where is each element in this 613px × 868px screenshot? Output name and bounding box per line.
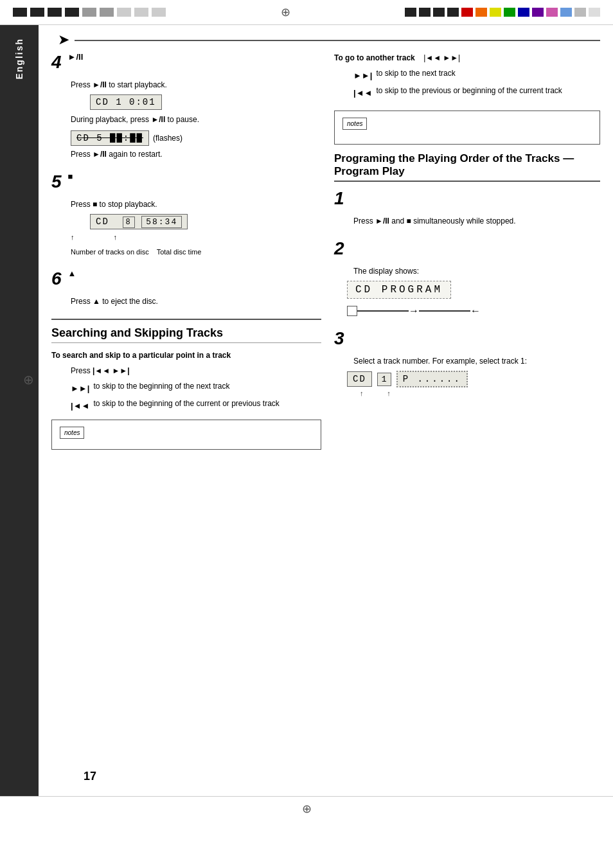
prog-display-row: CD PROGRAM bbox=[347, 281, 600, 299]
searching-section-title: Searching and Skipping Tracks bbox=[51, 326, 321, 340]
right-column: To go to another track |◄◄ ►►| ►►| to sk… bbox=[334, 52, 600, 456]
cb2 bbox=[419, 8, 431, 17]
prog-step-3-block: 3 Select a track number. For example, se… bbox=[334, 328, 600, 397]
step-4-desc: Press ►/II to start playback. CD 1 0:01 … bbox=[71, 79, 321, 160]
program-section-title: Programing the Playing Order of the Trac… bbox=[334, 152, 600, 178]
reg-mark-bottom: ⊕ bbox=[302, 802, 312, 816]
flow-line-back bbox=[419, 310, 470, 312]
block9 bbox=[152, 8, 166, 17]
step-6-eject-btn: ▲ bbox=[68, 269, 76, 278]
reg-mark-top: ⊕ bbox=[281, 5, 290, 19]
prog-step-1-num: 1 bbox=[334, 188, 344, 209]
step-4-block: 4 ►/II Press ►/II to start playback. CD … bbox=[51, 52, 321, 160]
ff-btn-symbol: ►►| bbox=[71, 384, 89, 393]
sidebar-language-label: English bbox=[14, 38, 24, 80]
flow-box-start bbox=[347, 306, 357, 316]
cb10 bbox=[532, 8, 544, 17]
page-number: 17 bbox=[84, 770, 96, 783]
cb8 bbox=[504, 8, 515, 17]
step-6-number: 6 bbox=[51, 269, 62, 289]
separator-1 bbox=[51, 319, 321, 320]
searching-subtitle: To search and skip to a particular point… bbox=[51, 350, 321, 361]
rew-button-row: |◄◄ to skip to the beginning of the curr… bbox=[71, 398, 321, 413]
block3 bbox=[48, 8, 62, 17]
step-4-number: 4 bbox=[51, 52, 62, 73]
prog-step-1-desc: Press ►/II and ■ simultaneously while st… bbox=[353, 215, 600, 227]
two-column-layout: 4 ►/II Press ►/II to start playback. CD … bbox=[51, 52, 600, 456]
lcd-blink-note: (flashes) bbox=[153, 134, 182, 143]
cb14 bbox=[589, 8, 600, 17]
prog-step-2-block: 2 The display shows: CD PROGRAM → bbox=[334, 238, 600, 317]
prog-step-3-num: 3 bbox=[334, 328, 344, 349]
top-bar-right-blocks bbox=[405, 8, 600, 17]
lcd-step5-stop: CD 8 58:34 bbox=[90, 214, 188, 229]
cb3 bbox=[433, 8, 445, 17]
prog-cd-display: CD bbox=[347, 371, 372, 387]
lcd-step4-play: CD 1 0:01 bbox=[90, 94, 162, 110]
block8 bbox=[134, 8, 148, 17]
block1 bbox=[13, 8, 27, 17]
goto-rew-row: |◄◄ to skip to the previous or beginning… bbox=[353, 85, 600, 100]
ff-button-row: ►►| to skip to the beginning of the next… bbox=[71, 380, 321, 396]
step-5-block: 5 ■ Press ■ to stop playback. CD 8 58:34… bbox=[51, 172, 321, 257]
notes-box-left: notes bbox=[51, 420, 321, 450]
goto-track-title: To go to another track |◄◄ ►►| bbox=[334, 52, 600, 64]
separator-2 bbox=[51, 342, 321, 343]
step-5-desc: Press ■ to stop playback. CD 8 58:34 ↑ ↑… bbox=[71, 199, 321, 257]
program-separator bbox=[334, 181, 600, 182]
cb13 bbox=[574, 8, 586, 17]
goto-rew-desc: to skip to the previous or beginning of … bbox=[376, 85, 562, 96]
cb11 bbox=[546, 8, 558, 17]
searching-buttons-label: Press |◄◄ ►►| bbox=[71, 365, 321, 376]
goto-ff-sym: ►►| bbox=[353, 71, 372, 80]
cb1 bbox=[405, 8, 416, 17]
goto-ff-desc: to skip to the next track bbox=[376, 67, 455, 79]
prog-dots-display: P ...... bbox=[396, 371, 468, 387]
searching-content: To search and skip to a particular point… bbox=[51, 350, 321, 450]
flow-arrow-left: ← bbox=[470, 305, 481, 317]
top-bar: ⊕ bbox=[0, 0, 613, 25]
section-arrow: ➤ bbox=[58, 31, 69, 48]
program-section: Programing the Playing Order of the Trac… bbox=[334, 152, 600, 397]
cb6 bbox=[475, 8, 487, 17]
block7 bbox=[117, 8, 131, 17]
top-bar-left-blocks bbox=[13, 8, 166, 17]
step-6-block: 6 ▲ Press ▲ to eject the disc. bbox=[51, 269, 321, 307]
step-5-stop-btn: ■ bbox=[68, 172, 73, 181]
cb5 bbox=[461, 8, 473, 17]
main-content: ➤ 4 ►/II Press ►/II to start playback. C… bbox=[39, 25, 613, 796]
cb9 bbox=[518, 8, 529, 17]
prog-display: CD PROGRAM bbox=[347, 281, 451, 299]
flow-arrow-right: → bbox=[409, 305, 419, 317]
block6 bbox=[100, 8, 114, 17]
notes-icon-left: notes bbox=[60, 427, 84, 439]
block5 bbox=[82, 8, 96, 17]
step-5-number: 5 bbox=[51, 172, 62, 192]
cb12 bbox=[560, 8, 572, 17]
block2 bbox=[30, 8, 44, 17]
notes-box-right: notes bbox=[334, 111, 600, 145]
sidebar: English bbox=[0, 25, 39, 796]
step-6-desc: Press ▲ to eject the disc. bbox=[71, 296, 321, 307]
ff-btn-desc: to skip to the beginning of the next tra… bbox=[93, 380, 229, 392]
prog-step-3-display-row: CD 1 P ...... bbox=[347, 371, 600, 387]
rew-btn-symbol: |◄◄ bbox=[71, 401, 89, 411]
prog-track-num: 1 bbox=[377, 373, 391, 386]
prog-step-1-block: 1 Press ►/II and ■ simultaneously while … bbox=[334, 188, 600, 227]
goto-ff-row: ►►| to skip to the next track bbox=[353, 67, 600, 83]
goto-rew-sym: |◄◄ bbox=[353, 88, 372, 98]
cb4 bbox=[447, 8, 459, 17]
bottom-bar: ⊕ bbox=[0, 796, 613, 821]
block4 bbox=[65, 8, 79, 17]
step-4-play-btn: ►/II bbox=[68, 52, 84, 62]
prog-step-2-desc: The display shows: bbox=[353, 265, 600, 277]
reg-mark-left: ⊕ bbox=[23, 372, 34, 387]
prog-step-3-arrows: ↑ ↑ bbox=[360, 389, 600, 397]
prog-step-3-desc: Select a track number. For example, sele… bbox=[353, 355, 600, 367]
rew-btn-desc: to skip to the beginning of the current … bbox=[93, 398, 280, 409]
left-column: 4 ►/II Press ►/II to start playback. CD … bbox=[51, 52, 321, 456]
goto-track-block: To go to another track |◄◄ ►►| ►►| to sk… bbox=[334, 52, 600, 100]
prog-step-2-num: 2 bbox=[334, 238, 344, 259]
page-layout: English ➤ 4 ►/II Press ►/II to start pla… bbox=[0, 25, 613, 796]
cb7 bbox=[490, 8, 501, 17]
